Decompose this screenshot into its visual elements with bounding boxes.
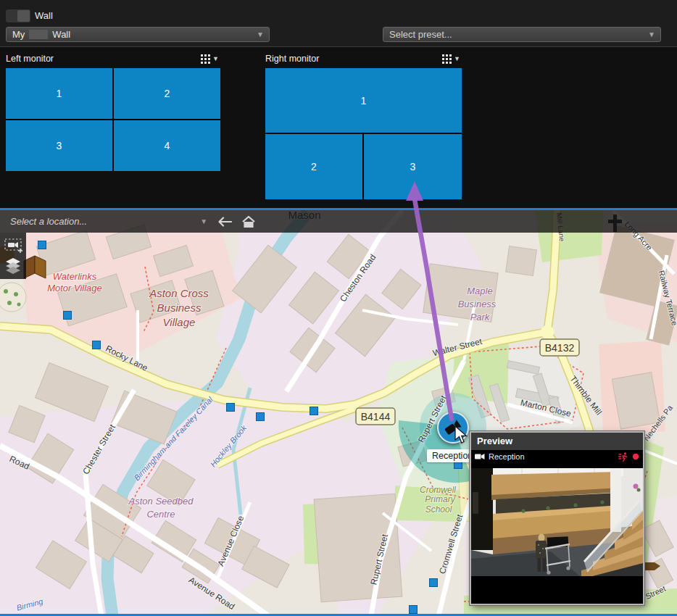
- map-label: Waterlinks: [53, 271, 97, 282]
- chevron-down-icon: ▼: [648, 30, 655, 38]
- map-label: Village: [163, 316, 196, 328]
- wall-tile-4[interactable]: 4: [114, 120, 220, 171]
- camera-icon: [475, 453, 485, 460]
- map-label: Park: [470, 312, 491, 322]
- preview-video-frame: [471, 463, 643, 604]
- grid-layout-icon: [442, 54, 452, 64]
- preset-placeholder: Select preset...: [389, 29, 452, 40]
- map-label: Business: [157, 301, 202, 314]
- back-button[interactable]: [217, 217, 232, 227]
- wall-tile-1[interactable]: 1: [265, 68, 462, 133]
- wall-tile-2[interactable]: 2: [265, 134, 362, 199]
- camera-icon: [8, 242, 18, 248]
- chevron-down-icon: ▼: [212, 55, 219, 62]
- wall-toggle-label: Wall: [35, 9, 53, 22]
- grid-layout-icon: [201, 54, 210, 64]
- smart-client-window: Wall My Wall ▼ Select preset... ▼ Left m…: [0, 0, 677, 616]
- map-label: Centre: [146, 509, 175, 520]
- chevron-down-icon: ▼: [257, 30, 264, 38]
- location-search-input[interactable]: Select a location...: [10, 216, 87, 227]
- camera-marker-dot[interactable]: [430, 579, 438, 587]
- left-monitor-panel: Left monitor ▼ 1 2 3 4: [6, 51, 220, 171]
- wall-selector-suffix: Wall: [52, 29, 70, 40]
- wall-tile-3[interactable]: 3: [6, 120, 112, 171]
- camera-marker-dot[interactable]: [257, 413, 265, 421]
- back-arrow-icon: [217, 217, 232, 227]
- reception-video-image: [471, 463, 643, 604]
- mouse-cursor-icon: [454, 426, 470, 448]
- wall-setup-bar: Wall My Wall ▼ Select preset... ▼: [0, 0, 677, 47]
- layers-icon: [4, 257, 22, 275]
- camera-marker-dot[interactable]: [38, 241, 46, 249]
- recording-icon: [632, 453, 639, 460]
- map-label: Motor Village: [47, 283, 102, 294]
- map-label: Cromwell: [420, 485, 456, 495]
- home-icon: [242, 216, 255, 228]
- camera-marker-dot[interactable]: [93, 341, 101, 349]
- wall-selector-dropdown[interactable]: My Wall ▼: [6, 27, 270, 42]
- motion-icon: [618, 452, 628, 462]
- map-label: Maple: [467, 286, 492, 296]
- wall-toggle[interactable]: [6, 9, 30, 22]
- map-label: School: [425, 504, 452, 515]
- wall-selector-prefix: My: [12, 29, 25, 40]
- road-ref-badge: B4144: [356, 408, 395, 425]
- wall-tile-2[interactable]: 2: [114, 68, 220, 119]
- wall-toggle-knob: [17, 10, 30, 22]
- left-monitor-title: Left monitor: [6, 54, 54, 64]
- right-monitor-panel: Right monitor ▼ 1 2 3: [265, 51, 462, 199]
- wall-tile-3[interactable]: 3: [364, 134, 462, 199]
- camera-marker-dot[interactable]: [227, 404, 235, 412]
- layers-tool[interactable]: [4, 257, 22, 278]
- svg-text:B4132: B4132: [545, 342, 575, 354]
- left-monitor-layout-button[interactable]: ▼: [199, 54, 220, 64]
- plus-icon: [18, 249, 22, 253]
- map-tool-strip: [0, 233, 26, 279]
- preview-popup-title: Preview: [471, 433, 643, 450]
- preset-selector-dropdown[interactable]: Select preset... ▼: [383, 27, 661, 42]
- camera-marker-dot[interactable]: [410, 606, 418, 614]
- right-monitor-layout-button[interactable]: ▼: [441, 54, 462, 64]
- camera-marker-dot[interactable]: [310, 407, 318, 415]
- preview-camera-bar: Reception: [471, 450, 643, 463]
- left-monitor-tiles: 1 2 3 4: [6, 68, 220, 171]
- chevron-down-icon: ▼: [454, 55, 460, 62]
- right-monitor-tiles: 1 2 3: [265, 68, 462, 199]
- svg-text:B4144: B4144: [361, 411, 391, 423]
- preview-camera-name: Reception: [489, 452, 615, 461]
- roundabout: [0, 283, 26, 312]
- home-button[interactable]: [242, 216, 255, 228]
- map-label: Business: [458, 299, 497, 309]
- select-camera-tool[interactable]: [4, 238, 23, 256]
- wall-tile-1[interactable]: 1: [6, 68, 112, 119]
- chevron-down-icon[interactable]: ▼: [200, 217, 207, 225]
- map-label: Primary: [425, 494, 455, 504]
- map-label: Aston Cross: [149, 287, 209, 299]
- camera-preview-popup: Preview Reception: [470, 431, 644, 605]
- redacted-brand-box: [29, 30, 48, 39]
- map-label: Aston Seedbed: [128, 496, 194, 507]
- road-ref-badge: B4132: [540, 339, 579, 356]
- camera-marker-dot[interactable]: [64, 312, 72, 320]
- map-toolbar: Select a location... ▼: [0, 210, 677, 233]
- right-monitor-title: Right monitor: [265, 54, 319, 64]
